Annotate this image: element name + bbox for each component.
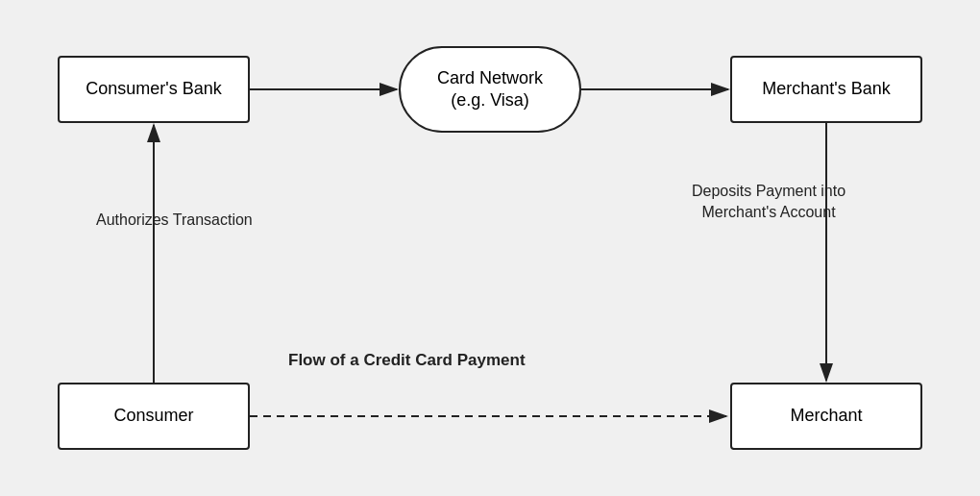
merchants-bank-box: Merchant's Bank: [730, 56, 922, 123]
authorizes-label: Authorizes Transaction: [96, 210, 253, 231]
diagram: Consumer's Bank Card Network(e.g. Visa) …: [29, 27, 951, 469]
flow-label: Flow of a Credit Card Payment: [288, 349, 526, 372]
consumer-box: Consumer: [58, 383, 250, 450]
card-network-box: Card Network(e.g. Visa): [399, 46, 581, 133]
deposits-label: Deposits Payment intoMerchant's Account: [692, 181, 845, 224]
consumers-bank-box: Consumer's Bank: [58, 56, 250, 123]
merchant-label: Merchant: [790, 405, 862, 427]
consumers-bank-label: Consumer's Bank: [86, 78, 222, 100]
card-network-label: Card Network(e.g. Visa): [437, 67, 543, 112]
merchant-box: Merchant: [730, 383, 922, 450]
consumer-label: Consumer: [113, 405, 193, 427]
merchants-bank-label: Merchant's Bank: [762, 78, 891, 100]
